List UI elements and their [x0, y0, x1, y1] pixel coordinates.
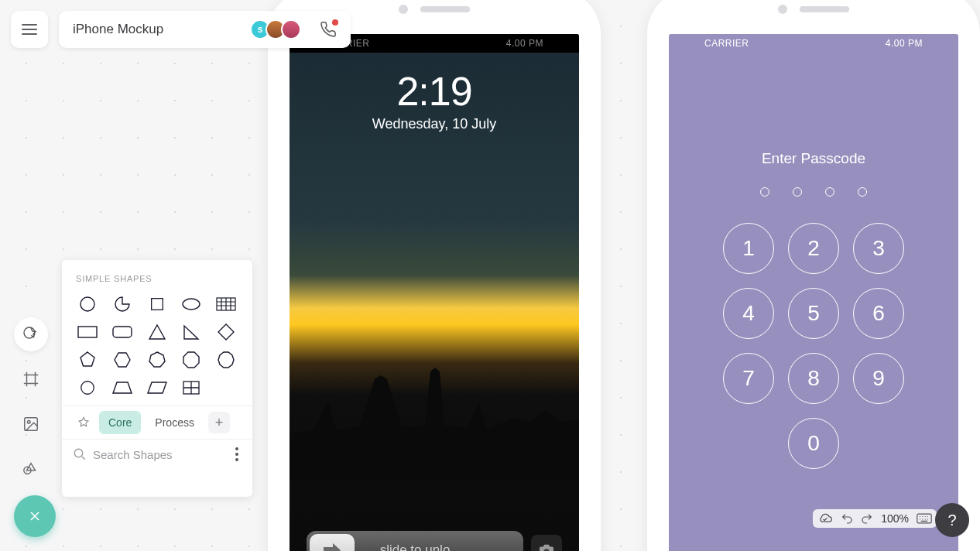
passcode-dots: [669, 187, 958, 197]
cloud-icon: [817, 512, 833, 525]
enter-passcode-label: Enter Passcode: [669, 34, 958, 167]
bottom-toolbar: 100%: [813, 509, 937, 528]
phone-screen-right: CARRIER 4.00 PM Enter Passcode 1 2 3 4 5…: [669, 34, 958, 551]
iphone-mockup-passcode[interactable]: CARRIER 4.00 PM Enter Passcode 1 2 3 4 5…: [647, 0, 980, 551]
camera-icon: [538, 543, 555, 551]
close-panel-button[interactable]: [14, 495, 56, 537]
tab-process[interactable]: Process: [146, 411, 204, 434]
redo-icon: [861, 512, 873, 525]
shape-heptagon[interactable]: [146, 350, 169, 370]
key-8[interactable]: 8: [788, 353, 839, 404]
shape-pentagon[interactable]: [76, 350, 99, 370]
collaborator-avatars: s: [255, 19, 301, 39]
phone-speaker-area: [399, 5, 470, 14]
shape-rectangle[interactable]: [76, 322, 99, 342]
svg-rect-5: [151, 299, 163, 310]
shape-search-row: Search Shapes: [62, 439, 252, 472]
key-1[interactable]: 1: [723, 223, 774, 274]
svg-point-6: [183, 299, 200, 310]
hamburger-icon: [22, 24, 37, 35]
key-7[interactable]: 7: [723, 353, 774, 404]
sync-button[interactable]: [817, 512, 833, 525]
shape-circle[interactable]: [76, 294, 99, 314]
shape-pie[interactable]: [111, 294, 134, 314]
slide-to-unlock[interactable]: slide to unlo: [307, 531, 523, 551]
help-icon: ?: [947, 512, 956, 529]
geometry-icon: [22, 460, 39, 477]
shapes-panel-header: SIMPLE SHAPES: [62, 260, 252, 291]
shape-decagon[interactable]: [214, 350, 238, 370]
key-0[interactable]: 0: [788, 418, 839, 469]
search-input[interactable]: Search Shapes: [93, 448, 226, 461]
svg-point-4: [81, 297, 94, 311]
close-icon: [27, 508, 43, 524]
shape-options-menu[interactable]: [232, 444, 242, 464]
castle-silhouette: [290, 356, 579, 480]
hamburger-button[interactable]: [11, 11, 48, 48]
passcode-screen: CARRIER 4.00 PM Enter Passcode 1 2 3 4 5…: [669, 34, 958, 551]
keyboard-icon: [917, 513, 932, 524]
shape-grid[interactable]: [180, 378, 203, 398]
shape-rounded-square[interactable]: [76, 378, 99, 398]
svg-rect-10: [81, 382, 94, 395]
shapes-icon: [22, 325, 40, 344]
undo-icon: [841, 512, 853, 525]
shape-hexagon[interactable]: [111, 350, 134, 370]
shape-parallelogram[interactable]: [146, 378, 169, 398]
key-4[interactable]: 4: [723, 288, 774, 339]
pin-icon: [77, 416, 90, 429]
svg-rect-8: [78, 327, 97, 337]
key-6[interactable]: 6: [853, 288, 904, 339]
svg-rect-9: [113, 327, 132, 337]
tab-core[interactable]: Core: [99, 411, 141, 434]
document-title-container: iPhone Mockup s: [59, 11, 351, 48]
add-category-button[interactable]: +: [208, 412, 230, 433]
shape-ellipse[interactable]: [180, 294, 203, 314]
svg-point-12: [74, 449, 83, 457]
document-title[interactable]: iPhone Mockup: [73, 22, 163, 37]
help-button[interactable]: ?: [935, 503, 969, 537]
status-time: 4.00 PM: [886, 38, 923, 49]
call-notification-dot: [332, 19, 338, 26]
redo-button[interactable]: [861, 512, 873, 525]
key-5[interactable]: 5: [788, 288, 839, 339]
top-bar: iPhone Mockup s: [11, 11, 351, 48]
frame-icon: [22, 371, 39, 388]
shape-square[interactable]: [146, 294, 169, 314]
pin-button[interactable]: [73, 412, 94, 433]
shapes-tool[interactable]: [14, 317, 48, 351]
slide-text: slide to unlo: [307, 542, 523, 551]
key-3[interactable]: 3: [853, 223, 904, 274]
shape-category-tabs: Core Process +: [62, 406, 252, 439]
status-time: 4.00 PM: [506, 38, 543, 49]
shape-rounded-rect[interactable]: [111, 322, 134, 342]
shapes-panel: SIMPLE SHAPES Core Process + Search Shap…: [62, 260, 252, 497]
phone-speaker-area: [778, 5, 849, 14]
call-button[interactable]: [317, 18, 340, 41]
shape-right-triangle[interactable]: [180, 322, 203, 342]
slide-to-unlock-row: slide to unlo: [307, 531, 562, 551]
more-shapes-tool[interactable]: [14, 452, 48, 486]
left-rail: [14, 317, 48, 486]
iphone-mockup-lockscreen[interactable]: CARRIER 4.00 PM 2:19 Wednesday, 10 July …: [268, 0, 601, 551]
carrier-label: CARRIER: [704, 38, 749, 49]
undo-button[interactable]: [841, 512, 853, 525]
key-2[interactable]: 2: [788, 223, 839, 274]
avatar-3[interactable]: [281, 19, 301, 39]
lock-screen: CARRIER 4.00 PM 2:19 Wednesday, 10 July …: [290, 34, 579, 551]
frame-tool[interactable]: [14, 362, 48, 396]
shape-table[interactable]: [214, 294, 238, 314]
image-icon: [22, 416, 39, 433]
phone-screen-left: CARRIER 4.00 PM 2:19 Wednesday, 10 July …: [290, 34, 579, 551]
keyboard-button[interactable]: [917, 513, 932, 524]
camera-shortcut[interactable]: [531, 535, 562, 551]
shape-trapezoid[interactable]: [111, 378, 134, 398]
search-icon: [73, 447, 87, 461]
zoom-level[interactable]: 100%: [881, 512, 909, 525]
key-9[interactable]: 9: [853, 353, 904, 404]
image-tool[interactable]: [14, 407, 48, 441]
keypad: 1 2 3 4 5 6 7 8 9 0: [669, 223, 958, 469]
shape-diamond[interactable]: [214, 322, 238, 342]
shape-octagon[interactable]: [180, 350, 203, 370]
shape-triangle[interactable]: [146, 322, 169, 342]
